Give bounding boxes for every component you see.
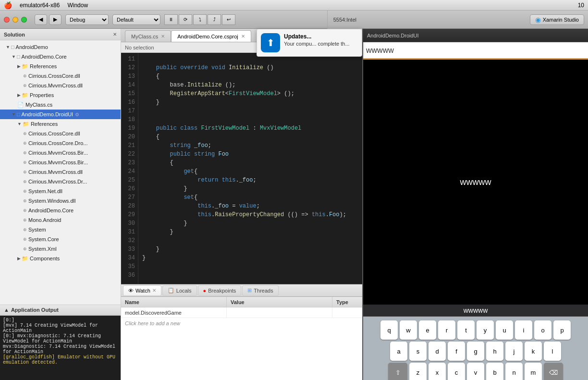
tree-item-androiddemo[interactable]: ▼ □ AndroidDemo — [0, 42, 121, 52]
tree-item-mvvmcross-dll[interactable]: ⊕ Cirrious.MvvmCross.dll — [0, 167, 121, 177]
key-k[interactable]: k — [525, 342, 542, 361]
key-i[interactable]: i — [515, 320, 532, 340]
tree-item-core[interactable]: ▼ □ AndroidDemo.Core — [0, 52, 121, 61]
tree-item-androiddemocore-ref[interactable]: ⊕ AndroidDemo.Core — [0, 206, 121, 215]
tree-label: Mono.Android — [28, 217, 61, 223]
tree-label: Cirrious.CrossCore.Dro... — [28, 140, 87, 146]
sidebar-title: Solution — [4, 32, 25, 37]
ref-icon: ⊕ — [23, 208, 27, 213]
tree-item-systemwindows[interactable]: ⊕ System.Windows.dll — [0, 196, 121, 206]
key-b[interactable]: b — [486, 363, 503, 380]
key-t[interactable]: t — [457, 320, 475, 340]
ref-icon: ⊕ — [23, 218, 27, 222]
ref-icon: ⊕ — [23, 189, 27, 194]
key-p[interactable]: p — [553, 320, 571, 340]
output-line: [0:] mvx:Diagnostic: 7.14 Creating ViewM… — [3, 333, 118, 344]
key-m[interactable]: m — [525, 363, 542, 380]
tree-label: AndroidDemo — [16, 44, 48, 50]
maximize-button[interactable] — [21, 17, 27, 23]
tree-label: System.Xml — [28, 246, 57, 252]
key-backspace[interactable]: ⌫ — [544, 363, 563, 380]
forward-button[interactable]: ▶ — [49, 14, 61, 25]
apple-menu[interactable]: 🍎 — [4, 1, 12, 9]
tree-item-references-core[interactable]: ▶ 📁 References — [0, 61, 121, 71]
key-g[interactable]: g — [467, 342, 484, 361]
app-menu-item[interactable]: emulator64-x86 — [20, 2, 60, 9]
tree-item-components[interactable]: ▶ 📁 Components — [0, 254, 121, 263]
step-out-button[interactable]: ↩ — [222, 14, 235, 25]
tab-breakpoints[interactable]: ● Breakpoints — [198, 285, 242, 296]
tab-csproj[interactable]: AndroidDemo.Core.csproj ✕ — [171, 30, 251, 42]
tab-myclass[interactable]: MyClass.cs ✕ — [125, 30, 171, 42]
tree-item-monoandroid[interactable]: ⊕ Mono.Android — [0, 215, 121, 225]
emulator-input-area[interactable]: wwwww — [363, 42, 588, 60]
tree-label: Cirrious.MvvmCross.Bir... — [28, 150, 88, 156]
tree-item-properties[interactable]: ▶ 📁 Properties — [0, 90, 121, 100]
tree-label: AndroidDemo.DroidUI — [22, 111, 74, 117]
key-o[interactable]: o — [534, 320, 551, 340]
tree-item-mvvmcross-bir1[interactable]: ⊕ Cirrious.MvvmCross.Bir... — [0, 148, 121, 158]
key-r[interactable]: r — [438, 320, 455, 340]
folder-icon: 📁 — [23, 121, 29, 127]
key-y[interactable]: y — [477, 320, 494, 340]
tree-item-mvvmcross[interactable]: ⊕ Cirrious.MvvmCross.dll — [0, 81, 121, 90]
default-select[interactable]: Default — [112, 14, 160, 25]
minimize-button[interactable] — [12, 17, 18, 23]
col-header-name: Name — [121, 297, 227, 307]
tree-item-system[interactable]: ⊕ System — [0, 225, 121, 234]
ref-icon: ⊕ — [23, 160, 27, 165]
project-icon: □ — [17, 111, 20, 117]
step-over-button[interactable]: ⤵ — [193, 14, 207, 25]
back-button[interactable]: ◀ — [35, 14, 47, 25]
key-j[interactable]: j — [505, 342, 523, 361]
pause-button[interactable]: ⏸ — [164, 14, 178, 25]
tab-watch[interactable]: 👁 Watch ✕ — [123, 285, 161, 296]
sidebar-close-btn[interactable]: ✕ — [113, 32, 117, 37]
tree-item-systemxml[interactable]: ⊕ System.Xml — [0, 244, 121, 254]
tree-item-crosscore-dro[interactable]: ⊕ Cirrious.CrossCore.Dro... — [0, 138, 121, 148]
tree-item-crosscore2[interactable]: ⊕ Cirrious.CrossCore.dll — [0, 129, 121, 138]
key-n[interactable]: n — [505, 363, 523, 380]
debug-cell-name: model.DiscoveredGame — [121, 307, 227, 318]
output-line: [mvx] 7.14 Creating ViewModel for Action… — [3, 323, 118, 333]
tree-item-mvvmcross-bir2[interactable]: ⊕ Cirrious.MvvmCross.Bir... — [0, 158, 121, 167]
key-h[interactable]: h — [486, 342, 503, 361]
tree-item-mvvmcross-dr[interactable]: ⊕ Cirrious.MvvmCross.Dr... — [0, 177, 121, 186]
key-u[interactable]: u — [496, 320, 513, 340]
key-d[interactable]: d — [429, 342, 446, 361]
key-s[interactable]: s — [409, 342, 427, 361]
key-w[interactable]: w — [400, 320, 417, 340]
key-q[interactable]: q — [380, 320, 398, 340]
key-shift[interactable]: ⇧ — [388, 363, 407, 380]
tab-watch-close[interactable]: ✕ — [152, 288, 156, 293]
window-menu-item[interactable]: Window — [67, 2, 88, 9]
tab-threads[interactable]: ⊞ Threads — [242, 285, 278, 296]
tree-arrow: ▼ — [17, 122, 22, 126]
tab-locals[interactable]: 📋 Locals — [162, 285, 197, 296]
step-into-button[interactable]: ⤴ — [208, 14, 221, 25]
tree-item-myclass[interactable]: 📄 MyClass.cs — [0, 100, 121, 110]
tab-close-icon[interactable]: ✕ — [241, 34, 245, 39]
key-c[interactable]: c — [448, 363, 465, 380]
key-x[interactable]: x — [429, 363, 446, 380]
tree-item-references-droid[interactable]: ▼ 📁 References — [0, 119, 121, 129]
key-a[interactable]: a — [390, 342, 407, 361]
key-e[interactable]: e — [419, 320, 436, 340]
stop-button[interactable]: ⟳ — [179, 14, 192, 25]
sidebar-header: Solution ✕ — [0, 29, 121, 40]
tab-threads-label: Threads — [254, 288, 273, 294]
tree-arrow: ▼ — [12, 54, 16, 59]
xamarin-button[interactable]: ◉ Xamarin Studio — [530, 14, 584, 25]
tree-item-droidui[interactable]: ▼ □ AndroidDemo.DroidUI ⚙ — [0, 110, 121, 119]
key-f[interactable]: f — [448, 342, 465, 361]
key-v[interactable]: v — [467, 363, 484, 380]
tree-item-systemcore[interactable]: ⊕ System.Core — [0, 234, 121, 244]
key-z[interactable]: z — [409, 363, 427, 380]
debug-select[interactable]: Debug — [65, 14, 109, 25]
tree-item-systemnet[interactable]: ⊕ System.Net.dll — [0, 186, 121, 196]
updates-content: Updates... Your compu... complete th... — [284, 33, 350, 47]
key-l[interactable]: l — [544, 342, 561, 361]
tab-close-icon[interactable]: ✕ — [161, 34, 165, 39]
tree-item-crosscore[interactable]: ⊕ Cirrious.CrossCore.dll — [0, 71, 121, 81]
close-button[interactable] — [4, 17, 10, 23]
